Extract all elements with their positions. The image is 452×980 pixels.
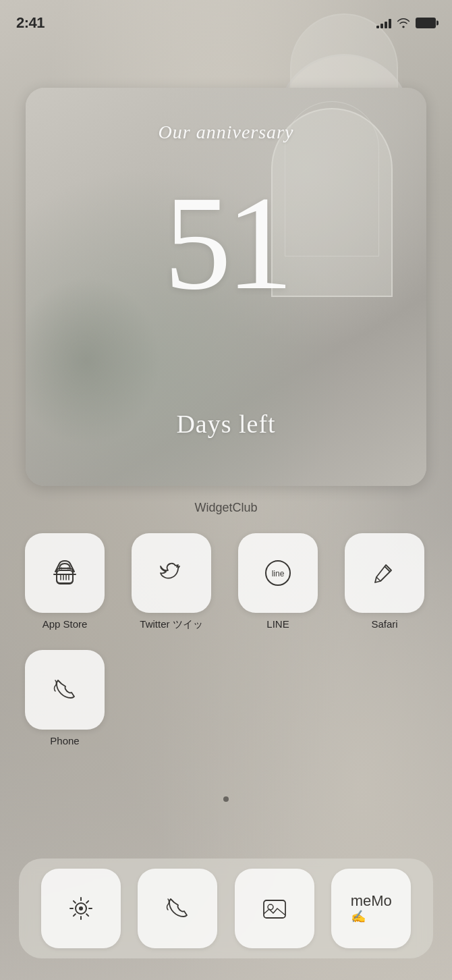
dock: meMo ✍ [19,859,433,958]
safari[interactable]: Safari [339,533,430,631]
phone-dock-icon [138,869,217,948]
settings-icon [41,869,121,948]
photos-dock[interactable] [235,869,314,948]
phone-app[interactable]: Phone [19,650,111,746]
page-dot-active [223,796,229,802]
wifi-icon [397,18,410,28]
phone-label: Phone [50,735,79,746]
status-icons [376,18,436,28]
line-label: LINE [266,618,289,630]
twitter[interactable]: Twitter ツイッ [125,533,217,631]
svg-rect-0 [57,570,73,584]
twitter-label: Twitter ツイッ [140,618,202,631]
widget-subtitle: Days left [26,409,426,439]
app-row-2: Phone [19,650,433,746]
memo-icon: meMo ✍ [331,869,411,948]
phone-dock[interactable] [138,869,217,948]
phone-app-icon [25,650,105,730]
app-store[interactable]: App Store [19,533,111,631]
twitter-icon [132,533,211,613]
photos-icon [235,869,314,948]
svg-point-2 [61,568,63,570]
status-time: 2:41 [16,14,45,32]
widget-number: 51 [26,175,426,310]
app-grid: App Store Twitter ツイッ line LINE [19,533,433,765]
svg-rect-8 [264,900,285,918]
svg-point-7 [79,906,83,910]
settings-dock[interactable] [41,869,121,948]
safari-icon [345,533,424,613]
app-store-icon [25,533,105,613]
page-indicator [0,796,452,802]
status-bar: 2:41 [0,0,452,37]
widget-body: Our anniversary 51 Days left [26,88,426,486]
battery-icon [416,18,436,28]
app-store-label: App Store [43,618,88,630]
svg-point-3 [67,568,69,570]
widget-title: Our anniversary [26,121,426,143]
signal-icon [376,18,391,28]
widgetclub-label: WidgetClub [0,501,452,515]
safari-label: Safari [371,618,397,630]
anniversary-widget[interactable]: Our anniversary 51 Days left [26,88,426,486]
app-row-1: App Store Twitter ツイッ line LINE [19,533,433,631]
memo-dock[interactable]: meMo ✍ [331,869,411,948]
line-icon: line [238,533,318,613]
line-app[interactable]: line LINE [232,533,324,631]
svg-text:line: line [272,569,285,578]
